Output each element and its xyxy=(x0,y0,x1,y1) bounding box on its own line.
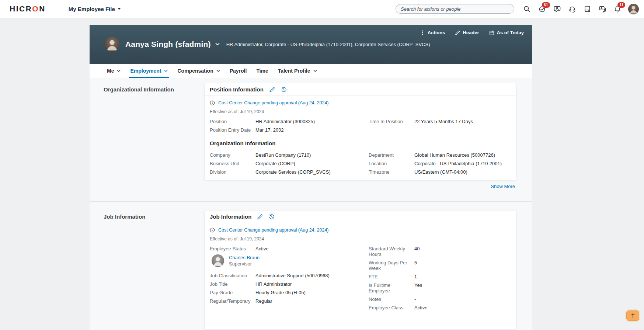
chevron-down-icon xyxy=(216,70,220,72)
pending-approval-link[interactable]: Cost Center Change pending approval (Aug… xyxy=(218,100,329,105)
search-icon[interactable] xyxy=(522,4,531,13)
field-row: Working Days Per Week 5 xyxy=(369,260,417,271)
edit-pencil-icon[interactable] xyxy=(257,213,263,220)
field-row: Company BestRun Company (1710) xyxy=(210,152,311,158)
employee-avatar[interactable] xyxy=(105,37,119,52)
scroll-to-top-button[interactable] xyxy=(626,310,639,321)
tab[interactable]: Payroll xyxy=(225,64,252,78)
chevron-down-icon xyxy=(117,70,121,72)
field-value: Corporate (CORP) xyxy=(255,161,295,166)
logo-text: HICR xyxy=(10,4,32,13)
employee-name-menu[interactable]: Aanya Singh (sfadmin) xyxy=(125,40,220,49)
history-icon[interactable] xyxy=(268,213,275,220)
field-row: Job Classification Administrative Suppor… xyxy=(210,273,330,278)
global-search xyxy=(396,4,514,14)
tab[interactable]: Employment xyxy=(125,64,173,78)
field-value: Administrative Support (50070968) xyxy=(255,273,330,278)
field-value: BestRun Company (1710) xyxy=(255,152,311,158)
job-fields-left-top: Employee Status Active xyxy=(210,246,369,251)
job-information-section: Job Information Job Information Cost Cen… xyxy=(90,201,532,330)
field-label: Regular/Temporary xyxy=(210,298,255,304)
supervisor-avatar[interactable] xyxy=(212,254,224,267)
overflow-menu-icon xyxy=(420,30,425,35)
show-more-link[interactable]: Show More xyxy=(491,184,515,189)
field-row: Time In Position 22 Years 5 Months 17 Da… xyxy=(369,119,473,124)
field-label: Timezone xyxy=(369,169,414,175)
logo-o-accent: O xyxy=(32,4,39,13)
field-label: Location xyxy=(369,161,414,166)
search-input[interactable] xyxy=(401,6,509,12)
chevron-down-icon xyxy=(118,8,121,10)
field-row: Timezone US/Eastern (GMT-04:00) xyxy=(369,169,467,175)
directory-icon[interactable] xyxy=(583,4,592,13)
employee-name: Aanya Singh (sfadmin) xyxy=(125,40,211,49)
field-value: Corporate Services (CORP_SVCS) xyxy=(255,169,331,175)
field-label: FTE xyxy=(369,274,414,279)
pending-approval-link[interactable]: Cost Center Change pending approval (Aug… xyxy=(218,227,329,233)
org-fields-right: Department Global Human Resources (50007… xyxy=(369,152,511,175)
notifications-icon[interactable]: 11 xyxy=(613,4,622,13)
tab[interactable]: Time xyxy=(251,64,273,78)
field-row: Is Fulltime Employee Yes xyxy=(369,282,422,293)
supervisor-name-link[interactable]: Charles Braun xyxy=(229,255,260,260)
pencil-icon xyxy=(455,30,460,35)
field-label: Standard Weekly Hours xyxy=(369,246,414,257)
field-value: Global Human Resources (50007726) xyxy=(414,152,495,158)
header-actions: Actions Header As of Today xyxy=(420,30,524,35)
profile-avatar[interactable] xyxy=(628,4,639,14)
field-label: Division xyxy=(210,169,255,175)
employee-header-band: Aanya Singh (sfadmin) HR Administrator, … xyxy=(90,25,532,64)
job-fields-left: Job Classification Administrative Suppor… xyxy=(210,273,369,304)
position-information-card: Position Information Cost Center Change … xyxy=(205,83,516,180)
module-title: My Employee File xyxy=(69,6,115,12)
info-icon xyxy=(210,100,215,105)
field-label: Employee Class xyxy=(369,305,414,310)
chevron-down-icon xyxy=(164,70,168,72)
todos-badge: 61 xyxy=(542,2,550,8)
todos-icon[interactable]: 61 xyxy=(537,4,546,13)
field-label: Department xyxy=(369,152,414,158)
field-value: HR Administrator (3000325) xyxy=(255,119,315,124)
tab[interactable]: Compensation xyxy=(173,64,224,78)
as-of-today-button[interactable]: As of Today xyxy=(489,30,524,35)
field-label: Job Classification xyxy=(210,273,255,278)
employee-file-page: Aanya Singh (sfadmin) HR Administrator, … xyxy=(90,25,532,330)
field-label: Position xyxy=(210,119,255,124)
position-fields-right: Time In Position 22 Years 5 Months 17 Da… xyxy=(369,119,511,133)
field-row: Department Global Human Resources (50007… xyxy=(369,152,495,158)
org-fields-left: Company BestRun Company (1710) Business … xyxy=(210,152,369,175)
field-row: Standard Weekly Hours 40 xyxy=(369,246,420,257)
chat-icon[interactable] xyxy=(553,4,561,13)
field-row: Regular/Temporary Regular xyxy=(210,298,272,304)
info-icon xyxy=(210,227,215,233)
field-label: Is Fulltime Employee xyxy=(369,282,414,293)
translation-icon[interactable] xyxy=(598,4,607,13)
edit-pencil-icon[interactable] xyxy=(269,86,275,93)
job-fields-right: Standard Weekly Hours 40 Working Days Pe… xyxy=(369,246,511,310)
field-value: 5 xyxy=(414,260,417,265)
field-row: FTE 1 xyxy=(369,274,417,279)
organization-information-subheader: Organization Information xyxy=(210,140,511,146)
tab[interactable]: Me xyxy=(102,64,125,78)
job-information-card: Job Information Cost Center Change pendi… xyxy=(205,211,516,329)
actions-button[interactable]: Actions xyxy=(420,30,445,35)
history-icon[interactable] xyxy=(281,86,287,93)
field-label: Company xyxy=(210,152,255,158)
field-row: Business Unit Corporate (CORP) xyxy=(210,161,295,166)
field-row: Location Corporate - US-Philadelphia (17… xyxy=(369,161,502,166)
section-side-label: Organizational Information xyxy=(104,83,205,190)
field-value: Yes xyxy=(414,282,422,288)
hicron-logo[interactable]: HICRON xyxy=(10,4,46,13)
field-row: Pay Grade Hourly Grade 05 (H-05) xyxy=(210,290,306,295)
field-label: Business Unit xyxy=(210,161,255,166)
topbar-icon-group: 61 11 xyxy=(522,4,639,14)
tab[interactable]: Talent Profile xyxy=(273,64,322,78)
edit-header-button[interactable]: Header xyxy=(455,30,479,35)
support-icon[interactable] xyxy=(568,4,577,13)
top-bar: HICRON My Employee File 61 11 xyxy=(0,0,644,18)
field-value: US/Eastern (GMT-04:00) xyxy=(414,169,467,175)
module-picker[interactable]: My Employee File xyxy=(69,6,121,12)
field-row: Job Title HR Administrator xyxy=(210,281,292,287)
field-row: Notes - xyxy=(369,296,416,302)
arrow-up-icon xyxy=(631,313,635,318)
